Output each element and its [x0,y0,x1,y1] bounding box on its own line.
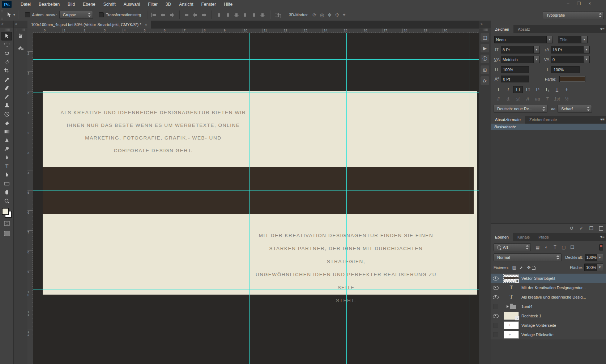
pen-tool[interactable] [1,153,12,162]
tracking-field[interactable]: 0▼ [551,56,590,63]
redefine-style-icon[interactable]: ✓ [579,226,583,231]
type-tool[interactable]: T [1,162,12,171]
tab-zeichenformate[interactable]: Zeichenformate [525,116,561,124]
show-transform-controls-checkbox[interactable] [99,12,104,17]
kerning-field[interactable]: Metrisch▼ [501,56,540,63]
contextual-alternates-button[interactable]: T [542,95,552,103]
minimize-button[interactable]: – [563,0,573,8]
dodge-tool[interactable] [1,145,12,153]
eye-icon[interactable] [493,277,499,281]
3d-rotate-icon[interactable]: ⟳ [312,12,316,18]
titling-alternates-button[interactable]: aa [533,95,542,103]
distribute-right-edges-icon[interactable] [259,12,266,18]
align-right-edges-icon[interactable] [201,12,208,18]
color-swatches[interactable] [2,208,12,218]
visibility-cell[interactable] [491,311,501,321]
subscript-button[interactable]: T₁ [542,86,552,93]
clear-overrides-icon[interactable]: ↺ [570,226,574,231]
menu-item-datei[interactable]: Datei [17,0,35,9]
vertical-ruler[interactable]: 2101234567891 01 11 2 [27,33,34,364]
fractions-button[interactable]: ½ [562,95,572,103]
close-tab-icon[interactable]: × [145,22,147,27]
zoom-tool[interactable] [1,197,12,205]
menu-item-hilfe[interactable]: Hilfe [220,0,236,9]
faux-italic-button[interactable]: T [503,86,513,93]
canvas[interactable]: ALS KREATIVE UND IDEENREICHE DESIGNAGENT… [33,33,479,364]
distribute-left-edges-icon[interactable] [242,12,248,18]
align-left-edges-icon[interactable] [184,12,190,18]
align-top-edges-icon[interactable] [152,12,158,18]
filter-shape-layers-icon[interactable]: ▢ [561,245,566,250]
ligatures-button[interactable]: fi [494,95,503,103]
underline-button[interactable]: T [552,86,562,93]
vertical-scale-field[interactable]: 100% [501,66,529,73]
layer-row[interactable]: ▫Rechteck 1 [491,311,606,321]
quick-mask-button[interactable] [1,219,12,228]
hand-tool[interactable] [1,188,12,197]
tab-zeichen[interactable]: Zeichen [491,25,513,33]
small-caps-button[interactable]: Tᴛ [523,86,533,93]
close-button[interactable]: × [584,0,595,8]
document-tab[interactable]: 100x100mm_4s.psd bei 50% (Vektor-Smartob… [27,21,151,29]
hidden-visibility-well[interactable] [493,323,498,328]
strikethrough-button[interactable]: T [562,86,572,93]
layer-row[interactable]: 1und4 [491,302,606,312]
leading-field[interactable]: 18 Pt▼ [551,46,590,53]
faux-bold-button[interactable]: T [494,86,503,93]
3d-slide-icon[interactable]: ✣ [335,12,339,18]
3d-roll-icon[interactable]: ◎ [320,12,324,18]
menu-item-bearbeiten[interactable]: Bearbeiten [35,0,64,9]
layer-row[interactable]: ▣Vektor-Smartobjekt [491,274,606,283]
filter-smart-objects-icon[interactable]: ❏ [570,245,575,250]
eye-icon[interactable] [493,314,499,318]
lock-position-icon[interactable]: ✥ [525,265,532,270]
options-bar-grip[interactable] [1,10,3,20]
lock-pixels-icon[interactable] [519,265,524,270]
distribute-vertical-centers-icon[interactable] [225,12,231,18]
clone-stamp-tool[interactable] [1,101,12,110]
align-vertical-centers-icon[interactable] [160,12,167,18]
menu-item-ansicht[interactable]: Ansicht [175,0,197,9]
rectangular-marquee-tool[interactable] [1,40,12,49]
lock-all-icon[interactable] [532,267,535,270]
antialias-dropdown[interactable]: Scharf [558,105,592,113]
layer-row[interactable]: TAls kreative und ideenreiche Desig... [491,292,606,302]
lasso-tool[interactable] [1,49,12,58]
distribute-bottom-edges-icon[interactable] [233,12,240,18]
distribute-horizontal-centers-icon[interactable] [251,12,257,18]
menu-item-schrift[interactable]: Schrift [99,0,120,9]
visibility-cell[interactable] [491,330,501,339]
tab-absatz[interactable]: Absatz [513,25,534,33]
baseline-shift-field[interactable]: 0 Pt [501,76,529,82]
brush-tool[interactable] [1,93,12,101]
dock-collapse-arrows[interactable]: « [479,21,491,27]
eyedropper-tool[interactable] [1,75,12,84]
toolbar-expand-arrows[interactable]: » [0,21,13,27]
ordinals-button[interactable]: 1st [552,95,562,103]
font-size-field[interactable]: 8 Pt▼ [501,46,540,53]
tab-ebenen[interactable]: Ebenen [491,233,513,241]
auto-align-layers-icon[interactable] [274,12,283,18]
visibility-cell[interactable] [491,283,501,292]
paragraph-panel-icon[interactable]: ◫ [481,33,489,42]
panel-menu-icon[interactable]: ▾≡ [600,235,605,239]
all-caps-button[interactable]: TT [513,86,523,93]
menu-item-3d[interactable]: 3D [162,0,175,9]
layer-filter-toggle[interactable] [599,244,603,250]
visibility-cell[interactable] [491,302,501,311]
visibility-cell[interactable] [491,292,501,302]
stylistic-alternates-button[interactable]: A [523,95,533,103]
menu-item-filter[interactable]: Filter [144,0,162,9]
delete-style-icon[interactable] [599,226,603,231]
visibility-cell[interactable] [491,274,501,283]
3d-drag-icon[interactable]: ✥ [328,12,332,18]
filter-type-layers-icon[interactable]: T [552,245,558,250]
menu-item-bild[interactable]: Bild [64,0,79,9]
horizontal-ruler[interactable]: 01234567891011121314151617181920 [33,29,479,34]
menu-item-fenster[interactable]: Fenster [197,0,220,9]
style-basisabsatz[interactable]: Basisabsatz [491,124,606,130]
rectangle-tool[interactable] [1,179,12,188]
actions-panel-icon[interactable]: ▶ [481,44,489,52]
superscript-button[interactable]: T¹ [533,86,542,93]
foreground-color-swatch[interactable] [2,208,9,215]
